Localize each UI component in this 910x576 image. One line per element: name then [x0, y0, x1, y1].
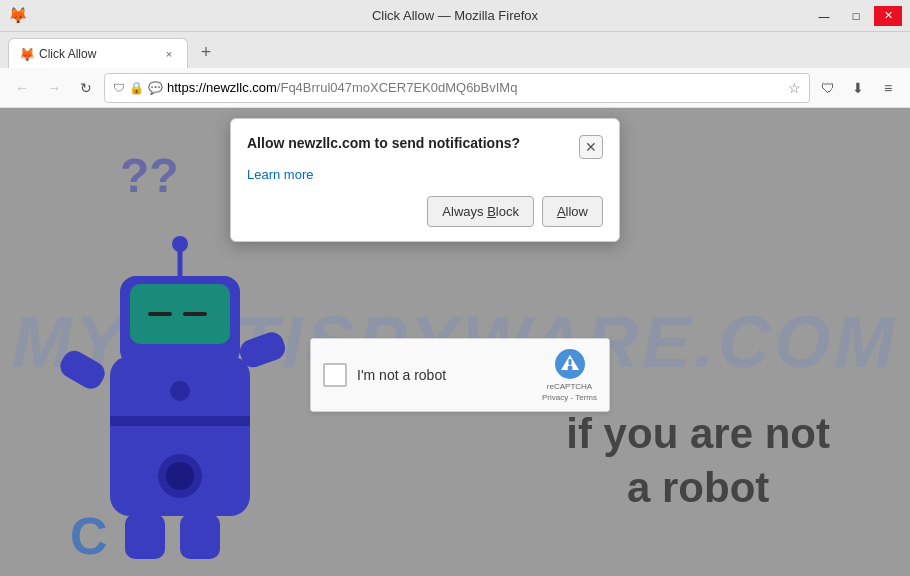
c-logo-text: C — [70, 506, 108, 566]
svg-point-17 — [567, 366, 572, 371]
page-text-line2: a robot — [566, 461, 830, 516]
page-text-line1: if you are not — [566, 407, 830, 462]
tab-bar: 🦊 Click Allow × + — [0, 32, 910, 68]
refresh-icon: ↻ — [80, 80, 92, 96]
window-controls: — □ ✕ — [810, 6, 902, 26]
firefox-logo-icon: 🦊 — [8, 6, 28, 25]
svg-point-14 — [166, 462, 194, 490]
lock-icon: 🔒 — [129, 81, 144, 95]
title-bar: 🦊 Click Allow — Mozilla Firefox — □ ✕ — [0, 0, 910, 32]
tab-close-button[interactable]: × — [161, 46, 177, 62]
download-icon: ⬇ — [852, 80, 864, 96]
recaptcha-checkbox[interactable] — [323, 363, 347, 387]
tab-favicon-icon: 🦊 — [19, 47, 33, 61]
maximize-button[interactable]: □ — [842, 6, 870, 26]
back-icon: ← — [15, 80, 29, 96]
page-content: MYANTISPYWARE.COM ?? — [0, 108, 910, 576]
minimize-button[interactable]: — — [810, 6, 838, 26]
new-tab-button[interactable]: + — [192, 38, 220, 66]
allow-label: Allow — [557, 204, 588, 219]
active-tab[interactable]: 🦊 Click Allow × — [8, 38, 188, 68]
recaptcha-widget: I'm not a robot reCAPTCHA Privacy - Term… — [310, 338, 610, 412]
bookmark-star-icon[interactable]: ☆ — [788, 80, 801, 96]
hamburger-menu-icon: ≡ — [884, 80, 892, 96]
title-bar-left: 🦊 — [8, 6, 28, 25]
back-button[interactable]: ← — [8, 74, 36, 102]
svg-point-6 — [172, 236, 188, 252]
always-block-button[interactable]: Always Block — [427, 196, 534, 227]
recaptcha-brand-text: reCAPTCHA — [547, 382, 592, 391]
notification-permission-icon: 💬 — [148, 81, 163, 95]
toolbar-right: 🛡 ⬇ ≡ — [814, 74, 902, 102]
url-display[interactable]: https://newzllc.com/Fq4Brrul047moXCER7EK… — [167, 80, 784, 95]
tab-title: Click Allow — [39, 47, 155, 61]
url-path: /Fq4Brrul047moXCER7EK0dMQ6bBvIMq — [277, 80, 518, 95]
svg-rect-12 — [180, 514, 220, 559]
browser-window: 🦊 Click Allow — Mozilla Firefox — □ ✕ 🦊 … — [0, 0, 910, 576]
popup-title: Allow newzllc.com to send notifications? — [247, 135, 579, 151]
recaptcha-branding: reCAPTCHA Privacy - Terms — [542, 348, 597, 402]
refresh-button[interactable]: ↻ — [72, 74, 100, 102]
forward-icon: → — [47, 80, 61, 96]
svg-rect-8 — [110, 416, 250, 426]
notification-popup: Allow newzllc.com to send notifications?… — [230, 118, 620, 242]
svg-rect-9 — [56, 346, 109, 393]
recaptcha-logo-icon — [554, 348, 586, 380]
pocket-button[interactable]: 🛡 — [814, 74, 842, 102]
recaptcha-privacy-text: Privacy - Terms — [542, 393, 597, 402]
learn-more-link[interactable]: Learn more — [247, 167, 603, 182]
recaptcha-label: I'm not a robot — [357, 367, 532, 383]
address-bar[interactable]: 🛡 🔒 💬 https://newzllc.com/Fq4Brrul047moX… — [104, 73, 810, 103]
pocket-icon: 🛡 — [821, 80, 835, 96]
download-button[interactable]: ⬇ — [844, 74, 872, 102]
always-block-label: Always Block — [442, 204, 519, 219]
popup-header: Allow newzllc.com to send notifications?… — [247, 135, 603, 159]
svg-rect-7 — [165, 361, 195, 381]
url-domain: https://newzllc.com — [167, 80, 277, 95]
svg-rect-11 — [125, 514, 165, 559]
allow-button[interactable]: Allow — [542, 196, 603, 227]
popup-close-button[interactable]: ✕ — [579, 135, 603, 159]
window-title: Click Allow — Mozilla Firefox — [372, 8, 538, 23]
svg-rect-18 — [568, 359, 571, 365]
navigation-bar: ← → ↻ 🛡 🔒 💬 https://newzllc.com/Fq4Brrul… — [0, 68, 910, 108]
shield-icon: 🛡 — [113, 81, 125, 95]
more-tools-button[interactable]: ≡ — [874, 74, 902, 102]
forward-button[interactable]: → — [40, 74, 68, 102]
page-body-text: if you are not a robot — [566, 407, 830, 516]
close-window-button[interactable]: ✕ — [874, 6, 902, 26]
popup-buttons: Always Block Allow — [247, 196, 603, 227]
svg-point-15 — [170, 381, 190, 401]
svg-rect-2 — [130, 284, 230, 344]
